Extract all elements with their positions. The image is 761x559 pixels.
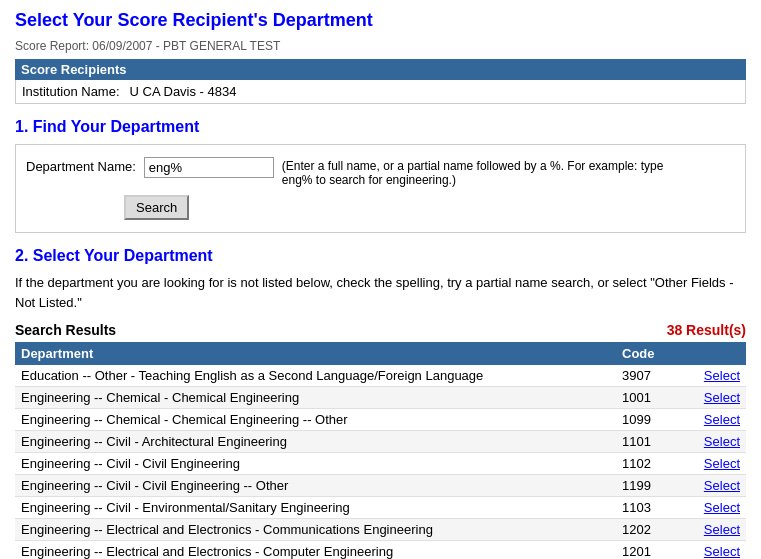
select-link[interactable]: Select xyxy=(704,390,740,405)
code-cell: 1103 xyxy=(616,497,676,519)
dept-cell: Engineering -- Electrical and Electronic… xyxy=(15,541,616,560)
table-row: Engineering -- Electrical and Electronic… xyxy=(15,541,746,560)
select-cell: Select xyxy=(676,409,746,431)
select-link[interactable]: Select xyxy=(704,500,740,515)
table-row: Engineering -- Chemical - Chemical Engin… xyxy=(15,409,746,431)
select-link[interactable]: Select xyxy=(704,544,740,559)
select-link[interactable]: Select xyxy=(704,368,740,383)
score-recipients-header: Score Recipients xyxy=(15,59,746,80)
results-table: Department Code Education -- Other - Tea… xyxy=(15,342,746,559)
table-row: Education -- Other - Teaching English as… xyxy=(15,365,746,387)
dept-cell: Engineering -- Electrical and Electronic… xyxy=(15,519,616,541)
department-name-input-wrapper xyxy=(144,157,274,178)
select-department-title: 2. Select Your Department xyxy=(15,247,746,265)
select-cell: Select xyxy=(676,497,746,519)
table-row: Engineering -- Civil - Architectural Eng… xyxy=(15,431,746,453)
find-department-title: 1. Find Your Department xyxy=(15,118,746,136)
dept-cell: Engineering -- Chemical - Chemical Engin… xyxy=(15,409,616,431)
col-department: Department xyxy=(15,342,616,365)
col-action xyxy=(676,342,746,365)
dept-cell: Engineering -- Chemical - Chemical Engin… xyxy=(15,387,616,409)
select-cell: Select xyxy=(676,387,746,409)
page-title: Select Your Score Recipient's Department xyxy=(15,10,746,31)
dept-cell: Engineering -- Civil - Civil Engineering xyxy=(15,453,616,475)
code-cell: 3907 xyxy=(616,365,676,387)
results-label: Search Results xyxy=(15,322,116,338)
results-header-row: Search Results 38 Result(s) xyxy=(15,322,746,338)
department-name-hint: (Enter a full name, or a partial name fo… xyxy=(282,157,682,187)
select-cell: Select xyxy=(676,475,746,497)
select-cell: Select xyxy=(676,431,746,453)
code-cell: 1202 xyxy=(616,519,676,541)
table-row: Engineering -- Electrical and Electronic… xyxy=(15,519,746,541)
institution-value: U CA Davis - 4834 xyxy=(130,84,237,99)
dept-cell: Engineering -- Civil - Environmental/San… xyxy=(15,497,616,519)
select-link[interactable]: Select xyxy=(704,434,740,449)
dept-cell: Engineering -- Civil - Architectural Eng… xyxy=(15,431,616,453)
select-link[interactable]: Select xyxy=(704,522,740,537)
search-button-row: Search xyxy=(124,195,735,220)
code-cell: 1199 xyxy=(616,475,676,497)
find-department-box: Department Name: (Enter a full name, or … xyxy=(15,144,746,233)
department-name-label: Department Name: xyxy=(26,157,136,174)
code-cell: 1101 xyxy=(616,431,676,453)
select-link[interactable]: Select xyxy=(704,478,740,493)
code-cell: 1099 xyxy=(616,409,676,431)
select-link[interactable]: Select xyxy=(704,456,740,471)
department-name-row: Department Name: (Enter a full name, or … xyxy=(26,157,735,187)
dept-cell: Engineering -- Civil - Civil Engineering… xyxy=(15,475,616,497)
select-cell: Select xyxy=(676,365,746,387)
code-cell: 1001 xyxy=(616,387,676,409)
code-cell: 1102 xyxy=(616,453,676,475)
table-header-row: Department Code xyxy=(15,342,746,365)
select-cell: Select xyxy=(676,519,746,541)
score-recipients-row: Institution Name: U CA Davis - 4834 xyxy=(15,80,746,104)
code-cell: 1201 xyxy=(616,541,676,560)
dept-cell: Education -- Other - Teaching English as… xyxy=(15,365,616,387)
search-button[interactable]: Search xyxy=(124,195,189,220)
col-code: Code xyxy=(616,342,676,365)
select-cell: Select xyxy=(676,453,746,475)
institution-label: Institution Name: xyxy=(22,84,120,99)
table-row: Engineering -- Chemical - Chemical Engin… xyxy=(15,387,746,409)
table-row: Engineering -- Civil - Environmental/San… xyxy=(15,497,746,519)
results-count: 38 Result(s) xyxy=(667,322,746,338)
department-name-input[interactable] xyxy=(144,157,274,178)
instruction-text: If the department you are looking for is… xyxy=(15,273,746,312)
score-report-line: Score Report: 06/09/2007 - PBT GENERAL T… xyxy=(15,39,746,53)
table-row: Engineering -- Civil - Civil Engineering… xyxy=(15,475,746,497)
select-link[interactable]: Select xyxy=(704,412,740,427)
select-cell: Select xyxy=(676,541,746,560)
table-row: Engineering -- Civil - Civil Engineering… xyxy=(15,453,746,475)
